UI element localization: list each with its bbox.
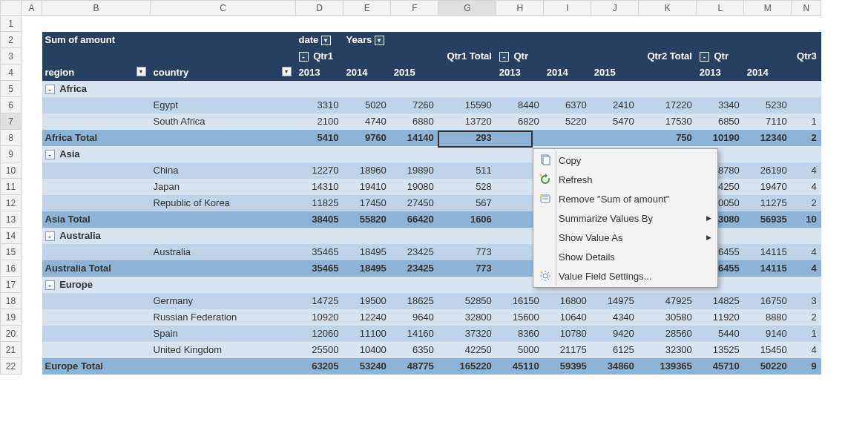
collapse-icon[interactable] <box>45 150 55 159</box>
svg-point-8 <box>541 271 543 274</box>
row-header[interactable]: 19 <box>1 309 22 326</box>
subtotal-cell: 17220 <box>639 97 697 113</box>
column-header[interactable]: M <box>744 1 792 16</box>
row-header[interactable]: 18 <box>1 293 22 309</box>
year-header: 2014 <box>343 65 391 81</box>
column-header[interactable]: K <box>639 1 697 16</box>
country-cell: Egypt <box>151 97 296 113</box>
row-header[interactable]: 17 <box>1 277 22 293</box>
column-header[interactable]: B <box>42 1 151 16</box>
row-header[interactable]: 13 <box>1 211 22 228</box>
filter-dropdown-icon[interactable] <box>282 67 292 76</box>
column-header[interactable] <box>1 1 22 16</box>
context-menu-item[interactable]: Summarize Values By▶ <box>535 208 716 228</box>
row-header[interactable]: 22 <box>1 358 22 375</box>
row-header[interactable]: 21 <box>1 342 22 358</box>
filter-dropdown-icon[interactable] <box>137 67 146 76</box>
refresh-icon <box>536 171 554 188</box>
data-cell: 18625 <box>391 293 438 309</box>
row-header[interactable]: 1 <box>1 16 22 32</box>
qtr3-group-header[interactable]: Qtr <box>697 48 792 65</box>
collapse-icon[interactable] <box>45 85 55 94</box>
data-cell: 27450 <box>391 195 438 211</box>
row-header[interactable]: 3 <box>1 48 22 65</box>
collapse-icon[interactable] <box>45 280 55 290</box>
data-cell: 3 <box>792 293 821 309</box>
subtotal-cell: 528 <box>438 179 496 195</box>
context-menu-item[interactable]: Refresh <box>535 170 716 189</box>
country-cell: Japan <box>151 179 296 195</box>
data-cell: 5230 <box>744 97 792 113</box>
context-menu-item[interactable]: Show Value As▶ <box>535 228 716 247</box>
row-header[interactable]: 5 <box>1 81 22 97</box>
region-total-label: Australia Total <box>42 260 296 277</box>
data-cell: 19890 <box>391 162 438 179</box>
collapse-icon[interactable] <box>299 52 309 62</box>
region-row[interactable]: Australia <box>42 228 296 244</box>
collapse-icon[interactable] <box>45 231 55 241</box>
column-header[interactable]: C <box>151 1 296 16</box>
data-cell: 5470 <box>591 113 639 130</box>
column-header[interactable]: H <box>496 1 544 16</box>
country-cell: Germany <box>151 293 296 309</box>
data-cell: 13525 <box>697 342 744 358</box>
data-cell: 16150 <box>496 293 544 309</box>
qtr1-group-header[interactable]: Qtr1 <box>296 48 438 65</box>
column-header[interactable]: I <box>544 1 591 16</box>
row-header[interactable]: 7 <box>1 113 22 130</box>
region-field-header[interactable]: region <box>42 65 151 81</box>
qtr2-group-header[interactable]: Qtr <box>496 48 639 65</box>
data-cell: 4 <box>792 244 821 260</box>
subtotal-cell: 32300 <box>639 342 697 358</box>
row-header[interactable]: 8 <box>1 130 22 146</box>
row-header[interactable]: 20 <box>1 326 22 342</box>
context-menu-item[interactable]: Value Field Settings... <box>535 266 716 286</box>
data-cell: 1 <box>792 113 821 130</box>
filter-dropdown-icon[interactable] <box>321 36 331 45</box>
years-field-header[interactable]: Years <box>343 32 391 48</box>
column-header[interactable]: N <box>792 1 821 16</box>
row-header[interactable]: 12 <box>1 195 22 211</box>
data-cell: 2 <box>792 309 821 326</box>
date-field-header[interactable]: date <box>296 32 343 48</box>
region-row[interactable]: Africa <box>42 81 296 97</box>
data-cell: 35465 <box>296 244 343 260</box>
row-header[interactable]: 10 <box>1 162 22 179</box>
year-header: 2013 <box>296 65 343 81</box>
collapse-icon[interactable] <box>499 52 509 62</box>
column-header[interactable]: D <box>296 1 343 16</box>
row-header[interactable]: 14 <box>1 228 22 244</box>
country-field-header[interactable]: country <box>151 65 296 81</box>
column-header[interactable]: F <box>391 1 438 16</box>
data-cell: 14310 <box>296 179 343 195</box>
context-menu-item[interactable]: Show Details <box>535 247 716 266</box>
data-cell: 14725 <box>296 293 343 309</box>
country-cell: United Kingdom <box>151 342 296 358</box>
row-header[interactable]: 9 <box>1 146 22 162</box>
row-header[interactable]: 11 <box>1 179 22 195</box>
row-header[interactable]: 16 <box>1 260 22 277</box>
collapse-icon[interactable] <box>700 52 709 62</box>
column-header[interactable]: J <box>591 1 639 16</box>
year-header: 2015 <box>591 65 639 81</box>
subtotal-cell: 17530 <box>639 113 697 130</box>
context-menu-item[interactable]: Copy <box>535 151 716 170</box>
context-menu-item[interactable]: Remove "Sum of amount" <box>535 189 716 208</box>
column-header[interactable]: L <box>697 1 744 16</box>
country-cell: Republic of Korea <box>151 195 296 211</box>
row-header[interactable]: 6 <box>1 97 22 113</box>
column-header[interactable]: A <box>22 1 42 16</box>
filter-dropdown-icon[interactable] <box>375 36 384 45</box>
data-cell: 1 <box>792 326 821 342</box>
data-cell: 10920 <box>296 309 343 326</box>
row-header[interactable]: 2 <box>1 32 22 48</box>
context-menu[interactable]: CopyRefreshRemove "Sum of amount"Summari… <box>533 148 718 288</box>
row-header[interactable]: 4 <box>1 65 22 81</box>
qtr1-total-header: Qtr1 Total <box>438 48 496 65</box>
region-row[interactable]: Asia <box>42 146 296 162</box>
row-header[interactable]: 15 <box>1 244 22 260</box>
column-header[interactable]: E <box>343 1 391 16</box>
country-cell: Australia <box>151 244 296 260</box>
column-header[interactable]: G <box>438 1 496 16</box>
region-row[interactable]: Europe <box>42 277 296 293</box>
